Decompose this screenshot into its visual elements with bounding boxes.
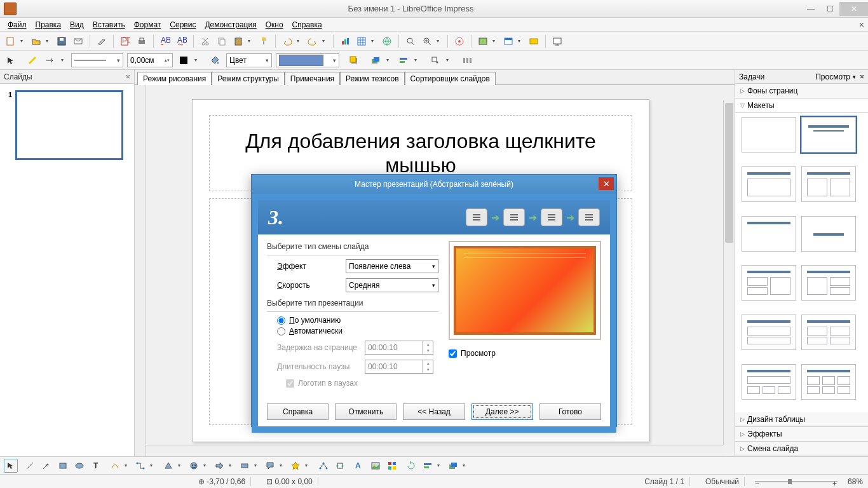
- redo-dropdown[interactable]: ▾: [322, 38, 329, 44]
- line-width-combo[interactable]: 0,00см▴▾: [127, 53, 173, 67]
- align-icon[interactable]: [397, 53, 410, 67]
- layout-thumb-title-content[interactable]: [742, 166, 796, 202]
- arrow-select-icon[interactable]: [4, 53, 18, 67]
- tab-outline[interactable]: Режим структуры: [212, 72, 285, 85]
- gallery-icon[interactable]: [476, 34, 490, 48]
- rotate-tool-icon[interactable]: [404, 459, 418, 473]
- new-icon[interactable]: [4, 34, 18, 48]
- task-section-transition[interactable]: ▷Смена слайда: [735, 442, 868, 456]
- task-panel-view-dropdown-icon[interactable]: ▾: [853, 74, 856, 80]
- select-tool-icon[interactable]: [4, 459, 18, 473]
- fill-icon[interactable]: [208, 53, 222, 67]
- preview-checkbox-row[interactable]: Просмотр: [449, 349, 601, 358]
- block-arrows-icon[interactable]: [212, 459, 226, 473]
- speed-select[interactable]: Средняя▾: [346, 278, 438, 292]
- autospell-icon[interactable]: ABC: [175, 34, 189, 48]
- document-close-icon[interactable]: ×: [859, 20, 864, 30]
- copy-icon[interactable]: [215, 34, 229, 48]
- tab-sorter[interactable]: Сортировщик слайдов: [405, 72, 496, 85]
- line-color-dropdown-icon[interactable]: [177, 53, 191, 67]
- menu-window[interactable]: Окно: [262, 19, 287, 30]
- task-section-masterpages[interactable]: ▷Фоны страниц: [735, 84, 868, 98]
- dialog-titlebar[interactable]: Мастер презентаций (Абстрактный зелёный)…: [252, 175, 616, 194]
- arrow-tool-icon[interactable]: [39, 459, 53, 473]
- slide-panel-close-icon[interactable]: ×: [125, 72, 130, 81]
- layout-thumb-title-only[interactable]: [742, 216, 796, 252]
- arrange-tool-icon[interactable]: [446, 459, 460, 473]
- gallery2-icon[interactable]: [385, 459, 399, 473]
- basic-shapes-icon[interactable]: [161, 459, 175, 473]
- flowchart-dropdown[interactable]: ▾: [254, 463, 261, 468]
- layout-thumb-centered[interactable]: [801, 216, 856, 252]
- print-icon[interactable]: [135, 34, 149, 48]
- arrow-style-icon[interactable]: [43, 53, 57, 67]
- flowchart-icon[interactable]: [238, 459, 252, 473]
- arrow-style-dropdown[interactable]: ▾: [61, 57, 67, 63]
- position-icon[interactable]: [428, 53, 442, 67]
- task-panel-close-icon[interactable]: ×: [860, 72, 864, 81]
- fill-color-combo[interactable]: ▾: [276, 53, 339, 67]
- paste-dropdown[interactable]: ▾: [248, 38, 254, 44]
- callouts-icon[interactable]: [263, 459, 277, 473]
- hyperlink-icon[interactable]: [380, 34, 394, 48]
- curve-dropdown[interactable]: ▾: [125, 463, 131, 468]
- help-button[interactable]: Справка: [267, 403, 329, 420]
- line-style-combo[interactable]: ▾: [71, 53, 123, 67]
- scrollbar-vertical[interactable]: [723, 100, 735, 445]
- from-file-icon[interactable]: [369, 459, 383, 473]
- email-icon[interactable]: [71, 34, 85, 48]
- paste-icon[interactable]: [231, 34, 245, 48]
- open-dropdown[interactable]: ▾: [46, 38, 52, 44]
- tab-notes[interactable]: Примечания: [285, 72, 340, 85]
- menu-insert[interactable]: Вставить: [89, 19, 129, 30]
- align-dropdown[interactable]: ▾: [414, 57, 421, 63]
- curve-tool-icon[interactable]: [108, 459, 122, 473]
- connector-dropdown[interactable]: ▾: [150, 463, 156, 468]
- status-zoom[interactable]: 68%: [848, 477, 863, 486]
- window-close-button[interactable]: ✕: [839, 2, 868, 16]
- cancel-button[interactable]: Отменить: [335, 403, 397, 420]
- slide-design-icon[interactable]: [501, 34, 515, 48]
- gallery-dropdown[interactable]: ▾: [492, 38, 499, 44]
- symbol-shapes-icon[interactable]: [187, 459, 201, 473]
- arrange-tool-dropdown[interactable]: ▾: [463, 463, 469, 468]
- dialog-close-button[interactable]: ✕: [599, 177, 614, 190]
- slide-design-dropdown[interactable]: ▾: [518, 38, 524, 44]
- stars-dropdown[interactable]: ▾: [305, 463, 311, 468]
- new-dropdown[interactable]: ▾: [20, 38, 27, 44]
- minimize-button[interactable]: —: [801, 2, 820, 16]
- effect-select[interactable]: Появление слева▾: [346, 259, 438, 273]
- undo-dropdown[interactable]: ▾: [297, 38, 303, 44]
- text-tool-icon[interactable]: T: [89, 459, 103, 473]
- zoom-icon[interactable]: [420, 34, 434, 48]
- basic-shapes-dropdown[interactable]: ▾: [178, 463, 184, 468]
- align-tool-icon[interactable]: [421, 459, 435, 473]
- menu-format[interactable]: Формат: [130, 19, 165, 30]
- task-panel-view-label[interactable]: Просмотр: [815, 72, 850, 81]
- zooming-icon[interactable]: [403, 34, 417, 48]
- rect-tool-icon[interactable]: [56, 459, 70, 473]
- maximize-button[interactable]: ☐: [820, 2, 839, 16]
- layout-thumb-3col[interactable]: [742, 364, 796, 400]
- layout-thumb-6content[interactable]: [801, 364, 856, 400]
- open-icon[interactable]: [29, 34, 43, 48]
- formatbrush-icon[interactable]: [257, 34, 271, 48]
- table-icon[interactable]: [355, 34, 369, 48]
- layout-thumb-title[interactable]: [801, 117, 856, 152]
- zoom-slider[interactable]: − +: [755, 478, 837, 485]
- layout-thumb-title-2content[interactable]: [801, 166, 856, 202]
- block-arrows-dropdown[interactable]: ▾: [229, 463, 235, 468]
- chart-icon[interactable]: [338, 34, 352, 48]
- undo-icon[interactable]: [280, 34, 294, 48]
- menu-tools[interactable]: Сервис: [166, 19, 200, 30]
- stars-icon[interactable]: [288, 459, 302, 473]
- points-icon[interactable]: [316, 459, 330, 473]
- radio-auto-input[interactable]: [277, 327, 285, 336]
- menu-help[interactable]: Справка: [288, 19, 326, 30]
- layout-thumb-2row[interactable]: [742, 315, 796, 350]
- save-icon[interactable]: [55, 34, 69, 48]
- align-tool-dropdown[interactable]: ▾: [437, 463, 444, 468]
- radio-default-input[interactable]: [277, 316, 285, 325]
- line-tool-icon[interactable]: [23, 459, 37, 473]
- line-color-icon[interactable]: [25, 53, 39, 67]
